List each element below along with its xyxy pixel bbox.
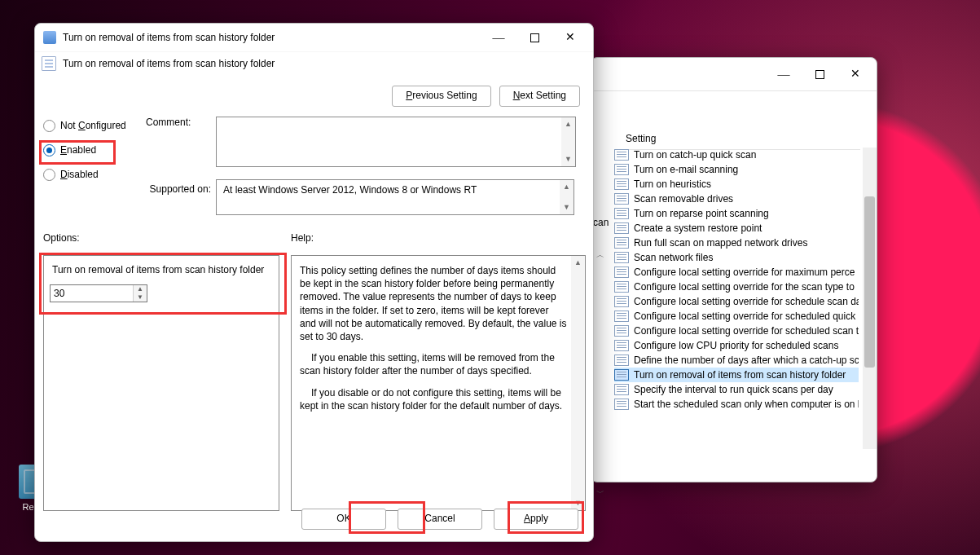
bg-setting-label: Configure low CPU priority for scheduled… <box>634 338 838 353</box>
policy-item-icon <box>614 208 629 219</box>
policy-item-icon <box>614 369 629 381</box>
policy-titlebar: Turn on removal of items from scan histo… <box>35 24 593 52</box>
bg-setting-label: Turn on e-mail scanning <box>634 162 738 177</box>
background-titlebar: — ✕ <box>591 58 877 91</box>
policy-minimize-button[interactable]: — <box>481 25 516 50</box>
policy-item-icon <box>614 296 629 307</box>
policy-item-icon <box>614 222 629 234</box>
scroll-up-icon: ▲ <box>560 180 573 194</box>
bg-setting-item[interactable]: Scan network files <box>614 250 859 265</box>
policy-item-icon <box>614 252 629 263</box>
policy-subtitle: Turn on removal of items from scan histo… <box>63 58 275 69</box>
scroll-down-icon: ▼ <box>561 152 575 166</box>
scroll-up-icon: ▲ <box>561 117 575 131</box>
close-icon: ✕ <box>565 32 575 43</box>
bg-setting-item[interactable]: Create a system restore point <box>614 221 859 236</box>
bg-setting-item[interactable]: Define the number of days after which a … <box>614 353 859 368</box>
supported-scrollbar[interactable]: ▲▼ <box>560 180 573 214</box>
supported-on-value: At least Windows Server 2012, Windows 8 … <box>223 184 477 196</box>
bg-setting-label: Configure local setting override for sch… <box>634 294 859 309</box>
help-label: Help: <box>291 232 314 244</box>
supported-on-field: At least Windows Server 2012, Windows 8 … <box>216 179 574 215</box>
comment-scrollbar[interactable]: ▲▼ <box>561 117 575 166</box>
policy-item-icon <box>614 340 629 351</box>
highlight-apply <box>508 501 584 534</box>
bg-setting-item[interactable]: Turn on reparse point scanning <box>614 206 859 221</box>
bg-setting-item[interactable]: Turn on removal of items from scan histo… <box>614 368 859 382</box>
scroll-up-icon: ▲ <box>571 256 585 270</box>
bg-setting-label: Turn on catch-up quick scan <box>634 148 756 162</box>
bg-setting-item[interactable]: Turn on catch-up quick scan <box>614 148 859 162</box>
policy-item-icon <box>614 281 629 293</box>
help-paragraph-2: If you enable this setting, items will b… <box>300 351 567 377</box>
bg-setting-label: Run full scan on mapped network drives <box>634 236 807 250</box>
policy-doc-icon <box>42 56 56 71</box>
help-paragraph-3: If you disable or do not configure this … <box>300 386 567 412</box>
previous-setting-button[interactable]: Previous Setting <box>392 86 490 107</box>
close-icon: ✕ <box>850 68 860 80</box>
policy-window-icon <box>43 31 56 44</box>
bg-setting-item[interactable]: Specify the interval to run quick scans … <box>614 382 859 397</box>
policy-window-title: Turn on removal of items from scan histo… <box>63 32 275 43</box>
policy-item-icon <box>614 193 629 205</box>
comment-value <box>217 117 575 124</box>
policy-item-icon <box>614 237 629 249</box>
supported-on-label: Supported on: <box>146 183 211 195</box>
bg-setting-item[interactable]: Configure local setting override for max… <box>614 265 859 280</box>
radio-icon <box>43 169 55 181</box>
bg-setting-item[interactable]: Configure local setting override for the… <box>614 280 859 294</box>
bg-column-header-setting[interactable]: Setting <box>614 126 860 150</box>
bg-setting-label: Define the number of days after which a … <box>634 353 859 368</box>
bg-scrollbar-thumb[interactable] <box>864 196 875 368</box>
bg-setting-label: Turn on heuristics <box>634 177 711 192</box>
highlight-ok <box>349 501 425 534</box>
bg-setting-label: Start the scheduled scan only when compu… <box>634 397 859 412</box>
help-pane: This policy setting defines the number o… <box>291 255 586 511</box>
policy-item-icon <box>614 325 629 337</box>
help-paragraph-1: This policy setting defines the number o… <box>300 264 567 343</box>
bg-setting-label: Scan network files <box>634 250 713 265</box>
policy-item-icon <box>614 164 629 175</box>
bg-setting-item[interactable]: Configure local setting override for sch… <box>614 309 859 324</box>
bg-setting-item[interactable]: Configure low CPU priority for scheduled… <box>614 338 859 353</box>
comment-textarea[interactable]: ▲▼ <box>216 117 576 167</box>
radio-icon <box>43 120 55 132</box>
policy-item-icon <box>614 311 629 322</box>
policy-dialog: Turn on removal of items from scan histo… <box>34 23 594 542</box>
policy-item-icon <box>614 149 629 161</box>
radio-not-configured[interactable]: Not Configured <box>43 117 141 134</box>
maximize-icon <box>815 70 824 79</box>
radio-disabled[interactable]: Disabled <box>43 165 141 183</box>
bg-setting-item[interactable]: Turn on e-mail scanning <box>614 162 859 177</box>
bg-minimize-button[interactable]: — <box>766 62 802 86</box>
bg-scroll-up[interactable]: ︿ <box>591 246 609 264</box>
bg-setting-item[interactable]: Scan removable drives <box>614 192 859 206</box>
bg-setting-item[interactable]: Configure local setting override for sch… <box>614 294 859 309</box>
policy-maximize-button[interactable] <box>516 25 552 50</box>
policy-item-icon <box>614 355 629 366</box>
bg-setting-item[interactable]: Turn on heuristics <box>614 177 859 192</box>
comment-label: Comment: <box>146 117 191 128</box>
bg-maximize-button[interactable] <box>802 62 837 86</box>
bg-settings-list: Turn on catch-up quick scanTurn on e-mai… <box>614 148 859 449</box>
bg-setting-item[interactable]: Configure local setting override for sch… <box>614 324 859 338</box>
highlight-options <box>39 253 287 315</box>
bg-setting-item[interactable]: Start the scheduled scan only when compu… <box>614 397 859 412</box>
help-scrollbar[interactable]: ▲▼ <box>571 256 585 510</box>
highlight-enabled <box>39 140 116 165</box>
options-label: Options: <box>43 232 80 244</box>
policy-item-icon <box>614 178 629 190</box>
bg-close-button[interactable]: ✕ <box>837 62 873 86</box>
bg-setting-label: Turn on removal of items from scan histo… <box>634 368 846 382</box>
policy-item-icon <box>614 384 629 395</box>
bg-scrollbar[interactable] <box>863 148 877 449</box>
bg-can-label: can <box>593 217 609 228</box>
bg-setting-label: Configure local setting override for max… <box>634 265 855 280</box>
bg-setting-item[interactable]: Run full scan on mapped network drives <box>614 236 859 250</box>
next-setting-button[interactable]: Next Setting <box>499 86 580 107</box>
bg-scroll-down[interactable]: ﹀ <box>591 484 609 502</box>
background-window: — ✕ can ︿ ﹀ Setting Turn on catch-up qui… <box>591 57 877 482</box>
bg-setting-label: Turn on reparse point scanning <box>634 206 769 221</box>
policy-close-button[interactable]: ✕ <box>552 25 588 50</box>
bg-setting-label: Specify the interval to run quick scans … <box>634 382 833 397</box>
